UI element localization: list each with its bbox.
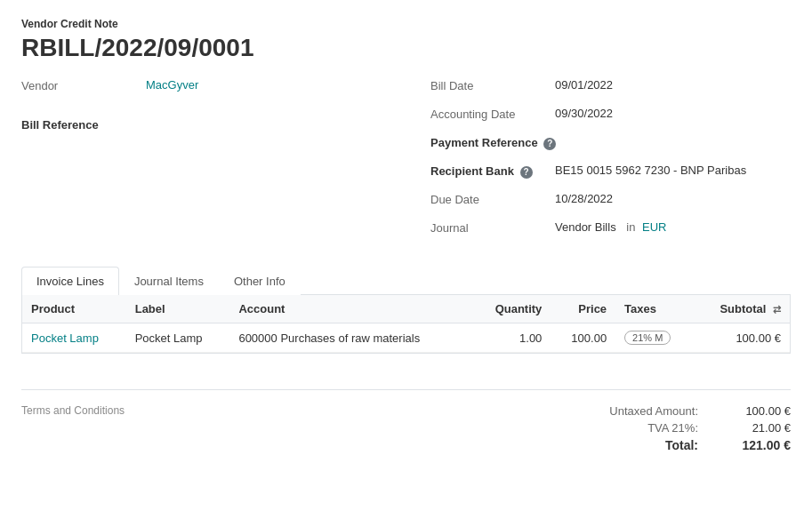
cell-taxes: 21% M [615, 323, 694, 353]
journal-value: Vendor Bills in EUR [555, 220, 666, 234]
bill-reference-label: Bill Reference [21, 117, 146, 132]
bill-date-label: Bill Date [430, 78, 555, 92]
doc-title: RBILL/2022/09/0001 [21, 34, 791, 62]
vendor-label: Vendor [21, 78, 146, 92]
total-label: Total: [591, 438, 698, 452]
col-subtotal: Subtotal ⇄ [694, 295, 790, 323]
journal-currency[interactable]: EUR [642, 220, 666, 234]
tab-invoice-lines[interactable]: Invoice Lines [21, 267, 119, 295]
col-label: Label [126, 295, 230, 323]
cell-label: Pocket Lamp [126, 323, 230, 353]
untaxed-value: 100.00 € [720, 404, 791, 418]
tva-value: 21.00 € [720, 421, 791, 435]
tab-other-info[interactable]: Other Info [219, 267, 301, 295]
invoice-lines-table: Product Label Account Quantity Price Tax… [21, 295, 791, 354]
footer-section: Terms and Conditions Untaxed Amount: 100… [21, 389, 791, 456]
untaxed-label: Untaxed Amount: [591, 404, 698, 418]
payment-reference-help-icon[interactable]: ? [543, 138, 556, 150]
journal-in-label: in [626, 220, 635, 234]
totals-section: Untaxed Amount: 100.00 € TVA 21%: 21.00 … [591, 404, 791, 456]
col-price: Price [551, 295, 615, 323]
table-row: Pocket Lamp Pocket Lamp 600000 Purchases… [22, 323, 790, 353]
recipient-bank-help-icon[interactable]: ? [520, 166, 533, 179]
cell-subtotal: 100.00 € [694, 323, 790, 353]
tab-journal-items[interactable]: Journal Items [119, 267, 219, 295]
accounting-date-value: 09/30/2022 [555, 107, 613, 120]
due-date-label: Due Date [430, 192, 555, 206]
col-quantity: Quantity [472, 295, 551, 323]
recipient-bank-value: BE15 0015 5962 7230 - BNP Paribas [555, 164, 746, 177]
vendor-value[interactable]: MacGyver [146, 78, 198, 92]
tabs-container: Invoice Lines Journal Items Other Info [21, 267, 791, 295]
cell-account: 600000 Purchases of raw materials [229, 323, 471, 353]
journal-label: Journal [430, 220, 555, 235]
cell-quantity: 1.00 [472, 323, 551, 353]
doc-type: Vendor Credit Note [21, 18, 791, 30]
cell-product[interactable]: Pocket Lamp [22, 323, 126, 353]
subtotal-settings-icon[interactable]: ⇄ [773, 304, 781, 315]
tax-badge: 21% M [624, 331, 671, 345]
recipient-bank-label: Recipient Bank ? [430, 164, 555, 179]
bill-date-value: 09/01/2022 [555, 78, 613, 92]
tva-label: TVA 21%: [591, 421, 698, 435]
terms-label: Terms and Conditions [21, 404, 125, 417]
col-taxes: Taxes [615, 295, 694, 323]
col-account: Account [229, 295, 471, 323]
col-product: Product [22, 295, 126, 323]
due-date-value: 10/28/2022 [555, 192, 613, 205]
cell-price: 100.00 [551, 323, 615, 353]
payment-reference-label: Payment Reference ? [430, 135, 556, 150]
total-value: 121.00 € [720, 438, 791, 452]
accounting-date-label: Accounting Date [430, 107, 555, 121]
